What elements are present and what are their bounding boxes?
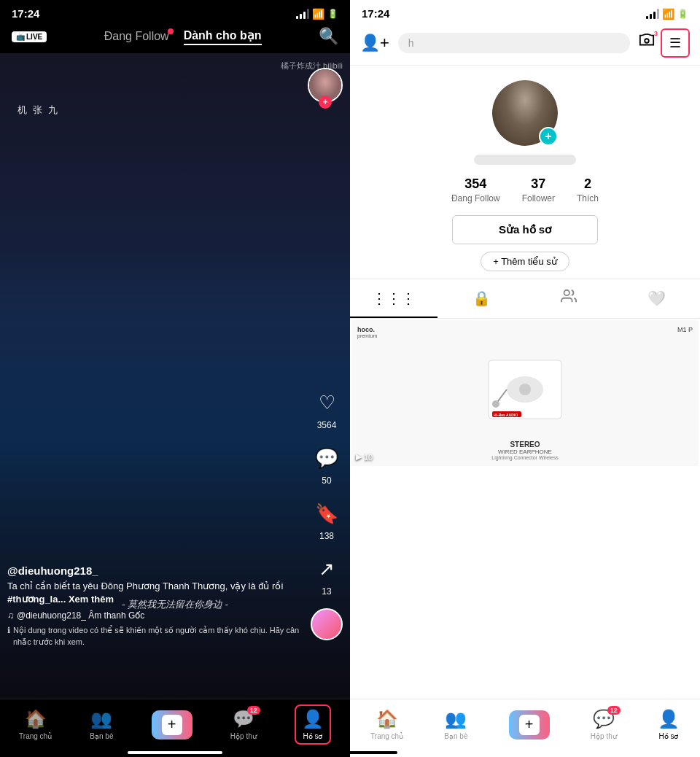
warning-info: ℹ Nội dung trong video có thể sẽ khiến m… xyxy=(7,625,306,648)
right-nav-friends[interactable]: 👥 Bạn bè xyxy=(444,709,467,740)
nav-inbox[interactable]: 💬 12 Hộp thư xyxy=(230,709,257,740)
right-signal-icon xyxy=(646,9,659,19)
right-panel: 17:24 📶 🔋 👤+ h 3 xyxy=(350,0,700,757)
following-count: 354 xyxy=(464,176,486,192)
edit-profile-button[interactable]: Sửa hồ sơ xyxy=(452,215,598,244)
nav-friends[interactable]: 👥 Bạn bè xyxy=(90,709,113,740)
svg-point-1 xyxy=(564,290,569,295)
video-grid: hoco. premium M1 P xyxy=(350,319,700,467)
follower-count: 37 xyxy=(531,176,545,192)
action-buttons: ♡ 3564 💬 50 🔖 138 ↗ 13 xyxy=(311,387,343,640)
brand-label: hoco. xyxy=(357,326,377,333)
inbox-badge: 12 xyxy=(247,706,260,715)
follower-stat[interactable]: 37 Follower xyxy=(522,176,555,203)
right-nav-profile[interactable]: 👤 Hồ sơ xyxy=(658,709,680,740)
svg-point-6 xyxy=(492,400,499,408)
profile-section: + 354 Đang Follow 37 Follower 2 Thích Sử… xyxy=(350,66,700,279)
stats-row: 354 Đang Follow 37 Follower 2 Thích xyxy=(451,176,599,203)
svg-point-4 xyxy=(519,384,531,395)
video-area: 橘子炸成汁 bilibili 九 张 机 - 莫然我无法留在你身边 - + ♡ … xyxy=(0,53,350,699)
content-grid: hoco. premium M1 P xyxy=(350,319,700,699)
follower-label: Follower xyxy=(522,193,555,203)
nav-home[interactable]: 🏠 Trang chủ xyxy=(19,709,52,740)
right-battery-icon: 🔋 xyxy=(677,9,688,19)
tab-private[interactable]: 🔒 xyxy=(438,279,525,318)
nav-profile[interactable]: 👤 Hồ sơ xyxy=(295,704,331,745)
right-time: 17:24 xyxy=(362,7,389,20)
left-status-bar: 17:24 📶 🔋 xyxy=(0,0,350,24)
tab-liked[interactable]: 🤍 xyxy=(612,279,700,318)
profile-username-bar xyxy=(474,155,576,165)
right-wifi-icon: 📶 xyxy=(662,8,674,20)
audio-disc-button[interactable] xyxy=(311,608,343,640)
header-tabs: Đang Follow Dành cho bạn xyxy=(104,28,262,45)
left-status-icons: 📶 🔋 xyxy=(296,8,338,20)
left-header: 📺 LIVE Đang Follow Dành cho bạn 🔍 xyxy=(0,24,350,53)
audio-disc xyxy=(311,608,343,640)
lock-icon: 🔒 xyxy=(472,290,491,307)
battery-icon: 🔋 xyxy=(327,9,338,19)
camera-icon[interactable]: 3 xyxy=(639,33,655,53)
left-bottom-nav: 🏠 Trang chủ 👥 Bạn bè + 💬 12 Hộp thư 👤 Hồ… xyxy=(0,699,350,757)
likes-label: Thích xyxy=(577,193,599,203)
product-label: premium xyxy=(357,333,377,338)
earphone-illustration: Hi-Res AUDIO xyxy=(481,353,569,426)
wifi-icon: 📶 xyxy=(312,8,324,20)
svg-text:Hi-Res AUDIO: Hi-Res AUDIO xyxy=(494,413,518,417)
tab-videos[interactable]: ⋮⋮⋮ xyxy=(350,279,438,318)
live-badge: 📺 LIVE xyxy=(12,31,47,42)
bookmark-button[interactable]: 🔖 138 xyxy=(311,497,343,541)
tab-for-you[interactable]: Dành cho bạn xyxy=(184,28,262,45)
svg-point-0 xyxy=(645,39,649,43)
avatar-wrap: + xyxy=(492,80,558,146)
right-status-bar: 17:24 📶 🔋 xyxy=(350,0,700,24)
video-author-avatar-wrap[interactable]: + xyxy=(308,68,343,103)
right-nav-home[interactable]: 🏠 Trang chủ xyxy=(370,709,403,740)
menu-button[interactable]: ☰ xyxy=(661,28,690,58)
tab-following[interactable]: Đang Follow xyxy=(104,30,169,43)
see-more-button[interactable]: Xem thêm xyxy=(69,594,114,605)
comment-button[interactable]: 💬 50 xyxy=(311,442,343,486)
right-header: 👤+ h 3 ☰ xyxy=(350,24,700,66)
right-status-icons: 📶 🔋 xyxy=(646,8,688,20)
grid-icon: ⋮⋮⋮ xyxy=(372,290,416,307)
home-indicator xyxy=(128,751,222,754)
right-nav-create[interactable]: + xyxy=(509,710,550,739)
search-bar[interactable]: h xyxy=(398,33,630,53)
heart-outline-icon: 🤍 xyxy=(648,290,666,307)
right-bottom-nav: 🏠 Trang chủ 👥 Bạn bè + 💬 12 Hộp thư 👤 Hồ… xyxy=(350,699,700,757)
share-button[interactable]: ↗ 13 xyxy=(311,553,343,597)
like-button[interactable]: ♡ 3564 xyxy=(311,387,343,430)
left-time: 17:24 xyxy=(12,7,39,20)
following-label: Đang Follow xyxy=(451,193,500,203)
left-panel: 17:24 📶 🔋 📺 LIVE Đang Follow Dành cho bạ… xyxy=(0,0,350,757)
add-avatar-button[interactable]: + xyxy=(539,127,558,146)
video-username[interactable]: @dieuhuong218_ xyxy=(7,564,306,577)
follow-plus-icon[interactable]: + xyxy=(319,96,332,109)
likes-stat[interactable]: 2 Thích xyxy=(577,176,599,203)
content-overlay: @dieuhuong218_ Ta chỉ cần biết ta yêu Đô… xyxy=(7,564,306,648)
nav-create[interactable]: + xyxy=(152,710,192,739)
play-count: ▶ 10 xyxy=(356,452,373,462)
add-user-icon[interactable]: 👤+ xyxy=(360,34,389,53)
tv-icon: 📺 xyxy=(16,33,25,41)
right-home-indicator xyxy=(303,751,397,754)
music-icon: ♫ xyxy=(7,610,14,621)
right-inbox-badge: 12 xyxy=(607,706,621,715)
collab-icon xyxy=(561,288,577,308)
stereo-label: STEREO xyxy=(510,440,540,449)
tab-collab[interactable] xyxy=(525,279,612,318)
music-info[interactable]: ♫ @dieuhuong218_ Âm thanh Gốc xyxy=(7,610,306,621)
search-icon[interactable]: 🔍 xyxy=(319,27,338,46)
play-icon: ▶ xyxy=(356,452,362,462)
following-stat[interactable]: 354 Đang Follow xyxy=(451,176,500,203)
video-thumbnail[interactable]: hoco. premium M1 P xyxy=(351,320,699,466)
signal-icon xyxy=(296,9,309,19)
right-header-icons: 3 ☰ xyxy=(639,28,690,58)
profile-tabs: ⋮⋮⋮ 🔒 🤍 xyxy=(350,279,700,319)
add-bio-button[interactable]: + Thêm tiểu sử xyxy=(481,252,569,271)
likes-count: 2 xyxy=(584,176,591,192)
info-icon: ℹ xyxy=(7,625,10,636)
right-nav-inbox[interactable]: 💬 12 Hộp thư xyxy=(591,709,617,740)
video-caption: Ta chỉ cần biết ta yêu Đông Phương Thanh… xyxy=(7,580,306,606)
